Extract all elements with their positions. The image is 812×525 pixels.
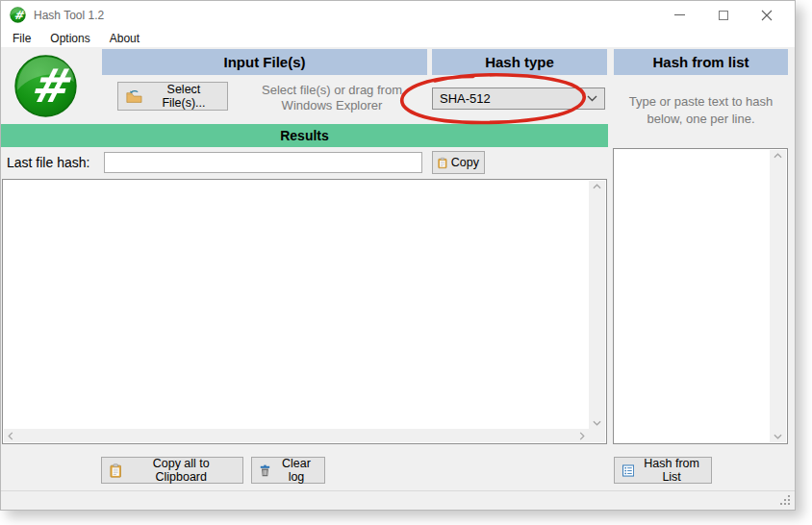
menu-about[interactable]: About <box>100 31 149 46</box>
clear-log-label: Clear log <box>276 457 317 484</box>
resize-grip[interactable] <box>778 493 792 507</box>
window-controls <box>658 1 788 29</box>
hash-from-list-label: Hash from List <box>640 457 703 484</box>
results-header: Results <box>1 124 608 147</box>
select-files-label: Select File(s)... <box>148 83 219 110</box>
hash-list-box <box>613 148 788 444</box>
results-log-box <box>2 179 607 444</box>
list-hint-text: Type or paste text to hash below, one pe… <box>614 93 788 128</box>
clear-log-button[interactable]: Clear log <box>251 457 325 484</box>
menu-options[interactable]: Options <box>40 31 99 46</box>
scroll-up-icon[interactable] <box>774 153 782 159</box>
clipboard-icon <box>438 156 447 170</box>
copy-all-label: Copy all to Clipboard <box>127 457 235 484</box>
scroll-left-icon[interactable] <box>8 432 13 440</box>
clipboard-icon <box>110 463 121 478</box>
close-icon <box>761 10 773 21</box>
maximize-icon <box>719 11 728 20</box>
menu-bar: File Options About <box>1 29 795 47</box>
hash-type-dropdown[interactable]: SHA-512 <box>432 88 605 110</box>
results-log-textarea[interactable] <box>3 180 590 428</box>
hash-from-list-button[interactable]: Hash from List <box>614 457 712 484</box>
scroll-down-icon[interactable] <box>593 420 601 426</box>
hash-type-header: Hash type <box>432 49 607 75</box>
scrollbar-corner <box>589 429 605 442</box>
maximize-button[interactable] <box>701 1 745 29</box>
drag-hint-text: Select file(s) or drag from Windows Expl… <box>235 83 429 113</box>
results-horizontal-scrollbar[interactable] <box>4 429 589 442</box>
copy-hash-button[interactable]: Copy <box>432 151 485 174</box>
copy-hash-label: Copy <box>451 156 479 169</box>
close-button[interactable] <box>745 1 788 29</box>
hash-from-list-header: Hash from list <box>614 49 788 75</box>
copy-all-button[interactable]: Copy all to Clipboard <box>101 457 243 484</box>
last-file-hash-label: Last file hash: <box>7 155 89 170</box>
scroll-down-icon[interactable] <box>774 434 782 439</box>
last-file-hash-input[interactable] <box>104 152 422 173</box>
open-folder-icon <box>126 89 142 104</box>
chevron-down-icon <box>587 95 597 102</box>
scroll-right-icon[interactable] <box>579 432 585 440</box>
menu-file[interactable]: File <box>1 31 40 46</box>
title-bar: Hash Tool 1.2 <box>1 1 795 29</box>
hash-list-textarea[interactable] <box>614 149 771 441</box>
minimize-icon <box>674 14 685 15</box>
input-files-header: Input File(s) <box>102 49 427 75</box>
hash-list-vertical-scrollbar[interactable] <box>770 150 786 442</box>
scroll-up-icon[interactable] <box>593 184 601 189</box>
window-title: Hash Tool 1.2 <box>34 9 104 22</box>
select-files-button[interactable]: Select File(s)... <box>117 82 228 111</box>
app-window: Hash Tool 1.2 File Options About Input F… <box>0 0 796 511</box>
app-logo-icon <box>10 7 26 23</box>
results-vertical-scrollbar[interactable] <box>589 181 605 429</box>
status-bar <box>1 490 795 510</box>
trash-icon <box>260 463 270 478</box>
list-icon <box>622 463 634 478</box>
minimize-button[interactable] <box>658 1 701 29</box>
app-logo-large <box>13 54 78 118</box>
hash-type-selected: SHA-512 <box>440 91 491 106</box>
